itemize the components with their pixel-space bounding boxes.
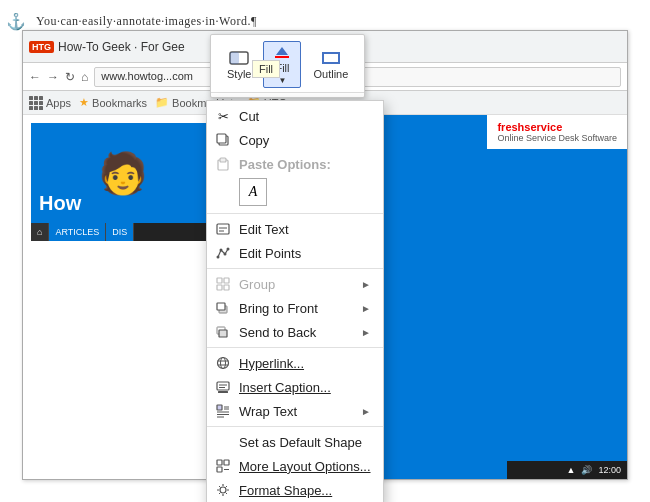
htg-nav-bar: ⌂ ARTICLES DIS xyxy=(31,223,215,241)
separator-3 xyxy=(207,347,383,348)
star-icon: ★ xyxy=(79,96,89,109)
copy-icon xyxy=(215,132,231,148)
htg-dis-nav: DIS xyxy=(106,223,134,241)
wrap-text-icon xyxy=(215,403,231,419)
taskbar: ▲ 🔊 12:00 xyxy=(507,461,627,479)
svg-rect-20 xyxy=(217,303,225,310)
edit-text-icon xyxy=(215,221,231,237)
menu-item-edit-points[interactable]: Edit Points xyxy=(207,241,383,265)
menu-item-send-to-back[interactable]: Send to Back ► xyxy=(207,320,383,344)
separator-1 xyxy=(207,213,383,214)
document-area: ⚓ You·can·easily·annotate·images·in·Word… xyxy=(0,0,650,502)
bookmarks-item[interactable]: ★ Bookmarks xyxy=(79,96,147,109)
fill-tooltip: Fill xyxy=(252,60,280,78)
svg-rect-2 xyxy=(275,56,289,58)
htg-articles-nav: ARTICLES xyxy=(49,223,106,241)
menu-item-edit-text[interactable]: Edit Text xyxy=(207,217,383,241)
insert-caption-icon xyxy=(215,379,231,395)
set-default-icon xyxy=(215,434,231,450)
wrap-text-arrow: ► xyxy=(361,406,371,417)
send-to-back-arrow: ► xyxy=(361,327,371,338)
svg-point-13 xyxy=(224,253,227,256)
more-layout-icon xyxy=(215,458,231,474)
svg-rect-16 xyxy=(224,278,229,283)
svg-rect-15 xyxy=(217,278,222,283)
outline-icon xyxy=(321,50,341,66)
shape-format-toolbar: Style Fill ▼ Outline xyxy=(210,34,365,98)
bring-to-front-arrow: ► xyxy=(361,303,371,314)
svg-rect-18 xyxy=(224,285,229,290)
apps-bookmark[interactable]: Apps xyxy=(29,96,71,110)
style-icon xyxy=(229,50,249,66)
folder-icon: 📁 xyxy=(155,96,169,109)
htg-hero-section: 🧑 How xyxy=(31,123,215,223)
cut-icon: ✂ xyxy=(215,108,231,124)
htg-character: 🧑 xyxy=(98,150,148,197)
svg-rect-1 xyxy=(230,52,239,64)
apps-grid-icon xyxy=(29,96,43,110)
svg-rect-22 xyxy=(219,330,227,337)
svg-rect-31 xyxy=(217,405,222,410)
send-to-back-icon xyxy=(215,324,231,340)
svg-point-14 xyxy=(227,248,230,251)
menu-item-more-layout[interactable]: More Layout Options... xyxy=(207,454,383,478)
svg-point-12 xyxy=(220,249,223,252)
menu-item-copy[interactable]: Copy xyxy=(207,128,383,152)
svg-rect-37 xyxy=(217,460,222,465)
svg-rect-3 xyxy=(323,53,339,63)
format-shape-icon xyxy=(215,482,231,498)
svg-rect-8 xyxy=(217,224,229,234)
refresh-button[interactable]: ↻ xyxy=(65,70,75,84)
context-menu: ✂ Cut Copy Paste Options: xyxy=(206,100,384,502)
menu-item-group[interactable]: Group ► xyxy=(207,272,383,296)
separator-2 xyxy=(207,268,383,269)
svg-point-41 xyxy=(220,487,226,493)
freshservice-logo: freshservice Online Service Desk Softwar… xyxy=(487,115,627,149)
svg-point-11 xyxy=(217,256,220,259)
back-button[interactable]: ← xyxy=(29,70,41,84)
menu-item-hyperlink[interactable]: Hyperlink... xyxy=(207,351,383,375)
paste-icon-row: A xyxy=(207,176,383,210)
menu-item-wrap-text[interactable]: Wrap Text ► xyxy=(207,399,383,423)
menu-item-cut[interactable]: ✂ Cut xyxy=(207,104,383,128)
forward-button[interactable]: → xyxy=(47,70,59,84)
svg-point-24 xyxy=(221,358,226,369)
svg-rect-7 xyxy=(220,158,226,162)
hyperlink-icon xyxy=(215,355,231,371)
bring-to-front-icon xyxy=(215,300,231,316)
paste-options-header: Paste Options: xyxy=(207,152,383,176)
edit-points-icon xyxy=(215,245,231,261)
svg-rect-27 xyxy=(217,382,229,390)
separator-4 xyxy=(207,426,383,427)
svg-rect-39 xyxy=(217,467,222,472)
htg-home-nav: ⌂ xyxy=(31,223,49,241)
menu-item-insert-caption[interactable]: Insert Caption... xyxy=(207,375,383,399)
fill-icon xyxy=(272,44,292,60)
group-icon xyxy=(215,276,231,292)
menu-item-bring-to-front[interactable]: Bring to Front ► xyxy=(207,296,383,320)
htg-website-left: 🧑 How ⌂ ARTICLES DIS xyxy=(23,115,223,479)
home-button[interactable]: ⌂ xyxy=(81,70,88,84)
paste-icon xyxy=(215,156,231,172)
outline-button[interactable]: Outline xyxy=(305,48,356,82)
menu-item-set-default[interactable]: Set as Default Shape xyxy=(207,430,383,454)
svg-rect-30 xyxy=(218,391,228,393)
browser-favicon: HTG xyxy=(29,41,54,53)
svg-rect-38 xyxy=(224,460,229,465)
svg-point-23 xyxy=(218,358,229,369)
svg-rect-5 xyxy=(217,134,226,143)
menu-item-format-shape[interactable]: Format Shape... xyxy=(207,478,383,502)
group-arrow: ► xyxy=(361,279,371,290)
paste-option-a[interactable]: A xyxy=(239,178,267,206)
htg-how-label: How xyxy=(39,192,81,215)
paragraph-anchor-icon: ⚓ xyxy=(6,12,26,31)
svg-rect-17 xyxy=(217,285,222,290)
